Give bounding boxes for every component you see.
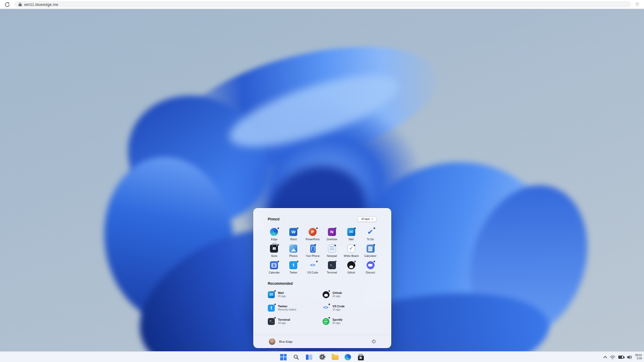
github-icon	[323, 291, 330, 298]
mail-icon: ✉	[268, 291, 275, 298]
pinned-app-photos[interactable]: Photos	[284, 243, 303, 260]
terminal-icon: >_	[268, 318, 275, 325]
folder-icon	[332, 355, 339, 360]
wallpaper-petal	[94, 149, 245, 331]
edge-button[interactable]	[344, 353, 352, 361]
pinned-app-notepad[interactable]: Notepad	[322, 243, 341, 260]
wifi-icon[interactable]	[610, 355, 616, 360]
calculator-icon	[367, 245, 375, 253]
vscode-icon: <>	[309, 261, 317, 269]
store-bag-icon	[358, 356, 364, 360]
start-menu: Pinned All apps > Edge W Word P PowerPoi…	[253, 208, 391, 348]
user-name: Blue Edge	[279, 340, 292, 343]
todo-icon: ✔	[367, 228, 375, 236]
address-bar[interactable]: win11.blueedge.me	[14, 1, 631, 8]
notepad-icon	[328, 245, 336, 253]
calendar-icon	[270, 261, 278, 269]
edge-icon	[270, 228, 278, 236]
recommended-section-title: Recommended	[254, 276, 391, 287]
edge-icon	[345, 354, 351, 360]
pinned-section-title: Pinned	[268, 217, 280, 221]
browser-toolbar: win11.blueedge.me ☆	[0, 0, 644, 9]
file-explorer-button[interactable]	[331, 353, 339, 361]
system-tray: 05/23 3:09	[604, 352, 642, 362]
store-button[interactable]	[357, 353, 365, 361]
pinned-app-terminal[interactable]: >_ Terminal	[322, 260, 341, 276]
recommended-github[interactable]: Github 2h ago	[323, 289, 377, 300]
bookmark-star-icon[interactable]: ☆	[635, 2, 640, 7]
powerpoint-icon: P	[309, 228, 317, 236]
clock-time: 3:09	[636, 357, 642, 360]
mail-icon: ✉	[347, 228, 355, 236]
word-icon: W	[289, 228, 297, 236]
search-icon	[293, 354, 299, 360]
recommended-grid: ✉ Mail 4h ago Github 2h ago t Twitter Re…	[254, 287, 391, 327]
recommended-mail[interactable]: ✉ Mail 4h ago	[268, 289, 323, 300]
recommended-twitter[interactable]: t Twitter Recently Added	[268, 302, 323, 314]
wallpaper-petal	[222, 61, 406, 161]
speaker-icon[interactable]	[626, 354, 632, 360]
pinned-app-edge[interactable]: Edge	[265, 226, 284, 243]
start-button[interactable]	[280, 353, 288, 361]
discord-icon	[367, 261, 375, 269]
url-text: win11.blueedge.me	[24, 3, 58, 6]
chevron-right-icon: >	[371, 218, 373, 220]
pinned-app-calculator[interactable]: Calculator	[361, 243, 380, 260]
pinned-app-mail[interactable]: ✉ Mail	[341, 226, 361, 243]
onenote-icon: N	[328, 228, 336, 236]
lock-icon	[18, 2, 22, 6]
pinned-app-yourphone[interactable]: Your Phone	[303, 243, 323, 260]
wallpaper-petal	[451, 170, 606, 351]
recommended-vscode[interactable]: <> VS Code 1h ago	[323, 302, 377, 314]
your-phone-icon	[310, 245, 316, 253]
pinned-app-calendar[interactable]: Calendar	[265, 260, 284, 276]
pinned-app-word[interactable]: W Word	[284, 226, 303, 243]
pinned-app-twitter[interactable]: t Twitter	[284, 260, 303, 276]
windows-logo-icon	[280, 354, 287, 360]
pinned-app-vscode[interactable]: <> VS Code	[303, 260, 323, 276]
user-avatar[interactable]	[269, 338, 275, 345]
taskbar-clock[interactable]: 05/23 3:09	[635, 354, 642, 360]
pinned-app-discord[interactable]: Discord	[361, 260, 380, 276]
task-view-icon	[306, 354, 313, 360]
start-menu-footer: Blue Edge	[254, 335, 391, 348]
taskbar: 05/23 3:09	[0, 351, 644, 362]
recommended-spotify[interactable]: Spotify 5h ago	[323, 315, 377, 327]
vscode-icon: <>	[323, 305, 330, 312]
wallpaper-petal	[163, 24, 449, 190]
store-icon	[270, 245, 278, 253]
gear-icon	[319, 353, 326, 360]
pinned-app-onenote[interactable]: N OneNote	[322, 226, 341, 243]
pinned-app-store[interactable]: Store	[265, 243, 284, 260]
recommended-terminal[interactable]: >_ Terminal 4d ago	[268, 315, 323, 327]
photos-icon	[289, 245, 297, 253]
task-view-button[interactable]	[305, 353, 313, 361]
pinned-app-todo[interactable]: ✔ To Do	[361, 226, 380, 243]
terminal-icon: >_	[328, 261, 336, 269]
battery-icon[interactable]	[618, 356, 624, 359]
all-apps-button[interactable]: All apps >	[357, 216, 377, 222]
spotify-icon	[323, 318, 330, 325]
power-icon[interactable]	[370, 338, 377, 345]
pinned-app-github[interactable]: Github	[341, 260, 361, 276]
settings-button[interactable]	[318, 353, 326, 361]
twitter-icon: t	[289, 261, 297, 269]
github-icon	[347, 261, 355, 269]
pinned-apps-grid: Edge W Word P PowerPoint N OneNote ✉ Mai…	[254, 224, 391, 276]
reload-icon[interactable]	[4, 2, 10, 8]
search-button[interactable]	[292, 353, 301, 361]
tray-chevron-up-icon[interactable]	[604, 356, 608, 359]
pinned-app-whiteboard[interactable]: ✓ White Board	[341, 243, 361, 260]
whiteboard-icon: ✓	[347, 245, 355, 253]
twitter-icon: t	[268, 305, 275, 312]
desktop[interactable]: Pinned All apps > Edge W Word P PowerPoi…	[0, 9, 644, 351]
pinned-app-powerpoint[interactable]: P PowerPoint	[303, 226, 323, 243]
